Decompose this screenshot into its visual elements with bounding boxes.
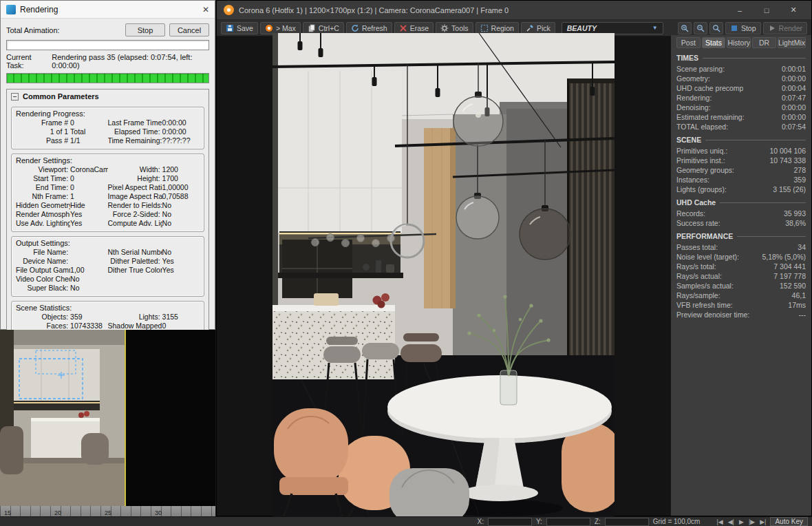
close-button[interactable]: ✕ [782,6,804,14]
corona-icon [265,24,273,32]
playback-button[interactable]: |▶ [749,518,755,525]
render-region-border [125,330,126,506]
param-label: Nth Serial Numbering: [108,248,162,257]
vfb-stop-button[interactable]: Stop [725,22,761,34]
vfb-side-panel: Post Stats History DR LightMix TIMES Sce… [671,35,811,516]
y-label: Y: [536,518,542,525]
param-label: Render Atmosphere: [16,210,70,219]
stat-label: Geometry: [676,74,710,83]
refresh-label: Refresh [362,24,387,32]
stat-row: VFB refresh time: 17ms [676,300,806,310]
common-parameters-rollout: Common Parameters Rendering Progress: Fr… [6,89,209,348]
save-label: Save [237,24,253,32]
param-value: 3155 [162,313,200,322]
stat-row: Samples/s actual: 152 590 [676,281,806,291]
playback-button[interactable]: ▶ [739,518,744,525]
param-value: Yes [162,266,200,275]
y-coordinate-field[interactable] [546,518,590,526]
param-row: Render Atmosphere: Yes [16,210,108,219]
x-label: X: [478,518,484,525]
stat-row: Rays/s total: 7 304 441 [676,262,806,271]
maximize-button[interactable]: □ [756,6,778,14]
dialog-titlebar[interactable]: Rendering ✕ [1,1,215,19]
stat-value: 278 [793,165,806,175]
stat-value: 0:00:00 [782,112,806,122]
param-label: Use Adv. Lighting: [16,219,70,228]
playback-button[interactable]: ◀| [728,518,734,525]
param-row: Render to Fields: No [108,201,200,210]
stat-label: Geometry groups: [676,165,734,175]
stat-label: Estimated remaining: [676,112,745,122]
x-coordinate-field[interactable] [488,518,532,526]
param-value: No [70,275,107,284]
zoom-in-icon [681,24,689,32]
param-value: 0:00:00 [162,127,200,136]
cancel-button[interactable]: Cancel [169,23,209,36]
stat-row: Scene parsing: 0:00:01 [676,64,806,74]
current-task-label: Current Task: [6,53,47,70]
tab-lightmix[interactable]: LightMix [778,37,806,48]
stop-icon [730,24,738,32]
tools-label: Tools [451,24,469,32]
region-button[interactable]: Region [476,22,519,34]
param-row: Start Time: 0 [16,174,108,183]
tools-button[interactable]: Tools [436,22,473,34]
zoom-fit-button[interactable] [709,22,723,34]
save-button[interactable]: Save [221,22,258,34]
viewport-preview[interactable] [0,330,215,506]
erase-button[interactable]: Erase [394,22,434,34]
auto-key-button[interactable]: Auto Key [770,517,808,526]
param-value [70,248,107,257]
param-label: Device Name: [16,257,70,266]
param-label: Elapsed Time: [108,127,162,136]
playback-button[interactable]: |◀ [716,518,723,525]
param-row: Super Black: No [16,284,108,293]
zoom-in-button[interactable] [678,22,692,34]
region-icon [480,24,489,32]
close-icon[interactable]: ✕ [202,5,209,14]
param-label: Width: [108,165,162,174]
tab-dr[interactable]: DR [752,37,776,48]
timeline-ruler[interactable]: 15202530 [0,506,215,516]
minimize-button[interactable]: – [729,6,751,14]
z-coordinate-field[interactable] [605,518,649,526]
playback-button[interactable]: ▶| [760,518,766,525]
stat-label: Denoising: [676,103,711,112]
render-dialog-icon [6,5,16,14]
vfb-render-button[interactable]: Render [763,22,807,34]
erase-label: Erase [410,24,429,32]
param-label: Start Time: [16,174,70,183]
common-parameters-header[interactable]: Common Parameters [11,91,204,103]
tab-stats[interactable]: Stats [702,37,726,48]
chevron-down-icon: ▼ [652,25,658,31]
send-to-max-button[interactable]: > Max [260,22,301,34]
tab-post[interactable]: Post [676,37,701,48]
output-settings-group: Output Settings: File Name: Device Name: [11,236,204,297]
param-value: 0:00:00 [162,118,200,127]
stat-label: Success rate: [676,218,720,228]
tab-history[interactable]: History [727,37,751,48]
stat-value: 0:00:00 [782,74,806,83]
param-label: Dither Paletted: [108,257,162,266]
stat-label: Primitives inst.: [676,156,725,165]
stat-label: Passes total: [676,242,718,252]
param-label: Time Remaining: [108,136,162,145]
vfb-titlebar[interactable]: Corona 6 (Hotfix 1) | 1200×1700px (1:2) … [217,1,811,20]
param-row: Objects: 359 [16,313,108,322]
stat-value: 0:00:00 [782,103,806,112]
pick-button[interactable]: Pick [521,22,555,34]
param-label: Objects: [16,313,70,322]
channel-select[interactable]: BEAUTY ▼ [562,22,663,34]
param-label: Frame # [16,118,70,127]
stat-label: Records: [676,209,705,218]
stat-row: Primitives uniq.: 10 004 106 [676,146,806,156]
stop-button[interactable]: Stop [125,23,165,36]
dialog-title: Rendering [20,5,58,14]
section-title: UHD Cache [676,198,716,207]
erase-icon [399,24,407,32]
zoom-out-button[interactable] [694,22,707,34]
current-task-progressbar [6,73,209,83]
copy-button[interactable]: Ctrl+C [303,22,344,34]
refresh-button[interactable]: Refresh [346,22,392,34]
stat-row: UHD cache precomp 0:00:04 [676,83,806,93]
